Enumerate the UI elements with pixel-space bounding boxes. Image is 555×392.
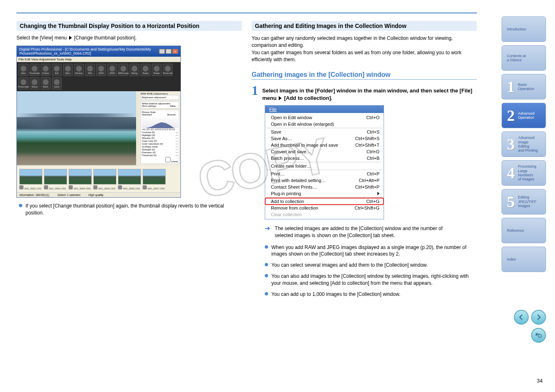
app-screenshot: Digital Photo Professional - [C:\Documen… [16,46,181,198]
tool-button[interactable]: 200% [107,64,117,76]
chapter-tab[interactable]: 3Advanced Image Editing and Printing [502,131,546,157]
file-menu: File Open in Edit windowCtrl+OOpen in Ed… [265,105,384,219]
minimize-icon[interactable]: _ [159,49,165,54]
tool-button[interactable]: Edit [52,64,62,76]
person-icon [143,185,147,189]
tool-icon [32,66,37,71]
chapter-tab[interactable]: Contents at a Glance [502,45,546,71]
slider-row[interactable]: Threshold (0)— [142,154,178,157]
table-btn[interactable]: Table… [170,105,178,107]
thumb-label: IMG_0096.CR2 [118,185,141,190]
menu-label: Contact Sheet Prints… [271,184,317,189]
slider-row[interactable]: Unsharp mask— [142,145,178,148]
chapter-label: Contents at a Glance [507,54,526,62]
tool-button[interactable]: Edit+ [63,64,73,76]
chapter-label: Advanced Operation [518,111,534,120]
thumbnail[interactable]: IMG_0097.CR2 [143,169,166,190]
tool-icon [143,66,148,71]
tool-button[interactable]: Prune+right [18,77,28,90]
menu-item[interactable]: Batch process…Ctrl+B [265,155,384,161]
thumb-label: IMG_0095.CR2 [93,185,116,190]
slider-row[interactable]: Contrast (0)— [142,131,178,134]
next-page-button[interactable] [531,310,546,325]
menu-separator [266,170,383,170]
tool-button[interactable]: 50% [85,64,95,76]
chapter-label: Introduction [507,27,526,31]
subheading: Gathering images in the [Collection] win… [252,71,477,78]
thumbnail[interactable]: IMG_0096.CR2 [118,169,141,190]
menu-item[interactable]: Plug-in printing [265,190,384,197]
tool-button[interactable]: Window [74,64,84,76]
tool-button[interactable]: Rotate [152,64,162,76]
menu-item[interactable]: Remove from collectionCtrl+Shift+G [265,205,384,211]
menu-item[interactable]: Print…Ctrl+P [265,171,384,177]
chapter-tab[interactable]: 1Basic Operation [502,74,546,99]
thumbnail[interactable]: IMG_0095.CR2 [93,169,116,190]
histogram [142,116,178,128]
menu-label: Add thumbnail to image and save [271,143,338,148]
return-button[interactable] [531,328,546,343]
tool-button[interactable]: 200%+area [118,64,128,76]
menu-item[interactable]: Add to collectionCtrl+G [265,198,384,205]
chapter-tab[interactable]: 5Editing JPEG/TIFF Images [502,189,546,214]
menu-item[interactable]: Convert and save…Ctrl+D [265,148,384,155]
slider-row[interactable]: Shadow (0)— [142,137,178,139]
menu-separator [266,197,383,198]
menu-item[interactable]: Open in Edit window (enlarged) [265,121,384,127]
tool-button[interactable]: Rotate [141,64,150,76]
thumbnail[interactable]: IMG_0093.CR2 [44,169,67,190]
prev-page-button[interactable] [514,310,529,325]
menu-separator [266,128,383,128]
linear-checkbox[interactable] [165,157,171,162]
menu-item[interactable]: Print with detailed setting…Ctrl+Alt+P [265,177,384,184]
tool-button[interactable]: Prune+left [163,64,173,76]
tool-button[interactable]: Batch [41,77,51,90]
app-body: RAW RGB [ Adjustment ] Brightness adjust… [17,91,180,166]
menu-item[interactable]: Save As…Ctrl+Shift+S [265,135,384,142]
chapter-tab[interactable]: Index [502,247,546,272]
tool-button[interactable]: Stamp [30,77,39,90]
tool-button[interactable]: 100% [96,64,106,76]
thumbnail[interactable]: IMG_0094.CR2 [69,169,92,190]
chapter-tab[interactable]: Reference [502,218,546,243]
bullet-text: You can also add images to the [Collecti… [271,273,477,287]
tool-icon [109,66,115,71]
slider-row[interactable]: Highlight (0)— [142,134,178,136]
slider-row[interactable]: Strength (0)— [142,148,178,151]
tool-button[interactable]: Folders [41,64,51,76]
bullet-text: If you select [Change thumbnail position… [25,203,242,217]
tool-button[interactable]: Rating [130,64,139,76]
titlebar-buttons: _ □ × [159,49,178,54]
bullet-text: You can select several images and add th… [271,262,428,269]
menu-item[interactable]: Add thumbnail to image and saveCtrl+Shif… [265,142,384,148]
tool-button[interactable]: Quick [52,77,62,90]
maximize-icon[interactable]: □ [166,49,171,54]
menu-item[interactable]: Contact Sheet Prints…Ctrl+Shift+P [265,184,384,190]
menu-item[interactable]: SaveCtrl+S [265,129,384,135]
bullet-icon [265,263,268,266]
chapter-tab[interactable]: Introduction [502,16,546,42]
two-columns: Changing the Thumbnail Display Position … [16,21,477,302]
menu-item[interactable]: Open in Edit windowCtrl+O [265,114,384,121]
tool-icon [165,66,171,71]
thumbnail[interactable]: IMG_0092.CR2 [19,169,42,190]
tool-button[interactable]: Main [18,64,28,76]
menu-item[interactable]: Create new folder… [265,163,384,169]
tool-button[interactable]: Thumbnails [30,64,39,76]
status-bar: Information: 186/301(1) Select: 1 select… [17,192,180,197]
main-photo [17,91,136,165]
tool-icon [21,66,26,71]
slider-row[interactable]: Color tone (0)— [142,140,178,142]
chapter-tab[interactable]: 4Processing Large Numbers of Images [502,160,546,186]
shortcut: Ctrl+S [367,129,379,134]
slider-row[interactable]: Color saturation (0)— [142,143,178,145]
menu-label: Add to collection [271,199,304,204]
slider-row[interactable]: Fineness (0)— [142,151,178,154]
bullet-item: If you select [Change thumbnail position… [19,203,242,217]
bullet-icon [265,292,268,295]
chapter-tab[interactable]: 2Advanced Operation [502,103,546,128]
chapter-label: Advanced Image Editing and Printing [518,136,541,152]
close-icon[interactable]: × [172,49,178,54]
tool-icon [87,66,93,71]
app-toolbar: MainThumbnailsFoldersEditEdit+Window50%1… [17,62,180,91]
